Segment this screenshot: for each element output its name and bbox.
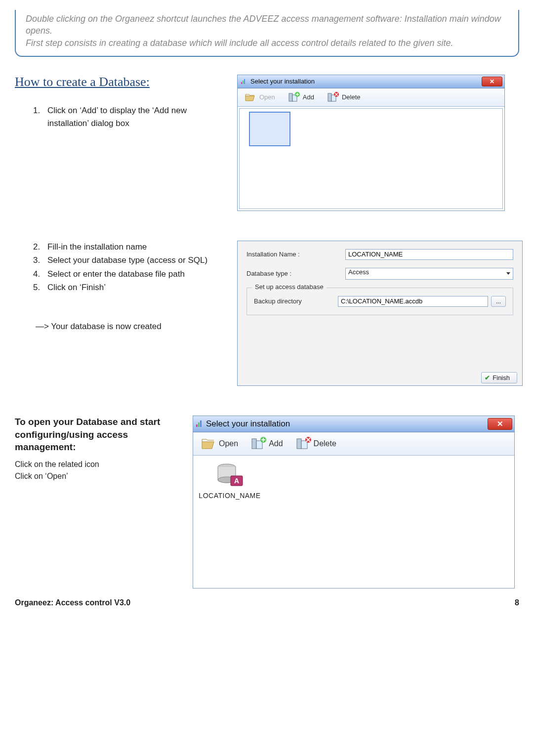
toolbar-open[interactable]: Open [197, 435, 241, 453]
svg-rect-11 [200, 420, 202, 427]
step-3: Select your database type (access or SQL… [42, 254, 227, 267]
open-line-1: Click on the related icon [15, 459, 183, 470]
section-heading: How to create a Database: [15, 75, 227, 89]
steps-list-b: Fill-in the installation name Select you… [15, 241, 227, 294]
delete-icon [295, 436, 312, 452]
label-database-type: Database type : [246, 270, 345, 277]
access-db-fieldset: Set up access database Backup directory … [246, 288, 513, 315]
svg-rect-6 [328, 93, 331, 101]
dialog-body [238, 107, 504, 210]
step-1: Click on ‘Add’ to display the ‘Add new i… [42, 104, 227, 130]
page-footer: Organeez: Access control V3.0 8 [15, 598, 519, 607]
chevron-down-icon [506, 272, 510, 275]
add-icon [287, 91, 301, 104]
open-icon [244, 91, 257, 104]
toolbar-add-label: Add [303, 93, 314, 101]
intro-line-1: Double clicking on the Organeez shortcut… [26, 13, 508, 37]
dialog-titlebar: Select your installation ✕ [238, 75, 504, 88]
dialog-titlebar: Select your installation ✕ [193, 416, 514, 432]
step-5: Click on ‘Finish’ [42, 281, 227, 294]
placeholder-thumb [249, 112, 290, 146]
toolbar-delete[interactable]: Delete [323, 90, 364, 105]
result-text: —> Your database is now created [36, 322, 227, 332]
toolbar-delete-label: Delete [314, 439, 336, 448]
app-icon [240, 78, 247, 85]
list-item-label: LOCATION_NAME [198, 492, 262, 500]
label-backup-dir: Backup directory [254, 297, 338, 305]
select-database-type[interactable]: Access [345, 268, 513, 280]
app-icon [195, 420, 203, 428]
footer-page-number: 8 [515, 598, 519, 607]
step-4: Select or enter the database file path [42, 268, 227, 281]
close-button[interactable]: ✕ [482, 77, 502, 86]
dialog-body: A LOCATION_NAME [193, 456, 514, 588]
dialog-toolbar: Open Add Delete [193, 432, 514, 456]
check-icon: ✔ [485, 374, 490, 381]
dialog-title: Select your installation [206, 419, 488, 429]
label-installation-name: Installation Name : [246, 251, 345, 258]
add-installation-form: Installation Name : Database type : Acce… [237, 241, 523, 386]
toolbar-add[interactable]: Add [247, 435, 286, 453]
select-installation-dialog-2: Select your installation ✕ Open Add [193, 416, 515, 588]
toolbar-add[interactable]: Add [284, 90, 317, 105]
svg-rect-2 [244, 79, 245, 84]
svg-rect-12 [252, 439, 256, 449]
dialog-toolbar: Open Add Delete [238, 88, 504, 107]
list-item-empty-selected[interactable] [243, 112, 297, 148]
add-icon [250, 436, 267, 452]
svg-rect-15 [297, 439, 301, 449]
select-value: Access [348, 268, 369, 276]
fieldset-legend: Set up access database [252, 283, 327, 291]
browse-label: ... [496, 298, 501, 305]
input-installation-name[interactable] [345, 249, 513, 260]
toolbar-open-label: Open [259, 93, 275, 101]
open-heading: To open your Database and start configur… [15, 416, 183, 454]
open-icon [200, 436, 217, 452]
database-icon: A [215, 460, 245, 490]
intro-line-2: First step consists in creating a databa… [26, 37, 508, 49]
intro-callout: Double clicking on the Organeez shortcut… [15, 10, 519, 57]
installation-list[interactable]: A LOCATION_NAME [195, 457, 513, 587]
svg-rect-10 [198, 422, 200, 427]
toolbar-delete-label: Delete [342, 93, 361, 101]
svg-rect-3 [289, 93, 292, 101]
close-button[interactable]: ✕ [488, 418, 512, 430]
input-backup-dir[interactable] [338, 296, 488, 307]
step-2: Fill-in the installation name [42, 241, 227, 253]
delete-icon [326, 91, 340, 104]
toolbar-open[interactable]: Open [241, 90, 278, 105]
select-installation-dialog-1: Select your installation ✕ Open Add [237, 75, 505, 211]
footer-left: Organeez: Access control V3.0 [15, 598, 130, 607]
installation-list[interactable] [239, 108, 503, 209]
open-line-2: Click on ‘Open’ [15, 470, 183, 482]
browse-button[interactable]: ... [491, 296, 506, 307]
toolbar-open-label: Open [219, 439, 238, 448]
toolbar-delete[interactable]: Delete [292, 435, 339, 453]
svg-rect-1 [243, 81, 244, 84]
steps-list-a: Click on ‘Add’ to display the ‘Add new i… [15, 104, 227, 130]
list-item-location[interactable]: A LOCATION_NAME [198, 460, 262, 500]
svg-rect-0 [241, 82, 242, 84]
svg-text:A: A [234, 477, 239, 485]
finish-button[interactable]: ✔ Finish [481, 372, 517, 383]
toolbar-add-label: Add [269, 439, 283, 448]
svg-rect-9 [196, 424, 198, 427]
finish-label: Finish [493, 374, 510, 381]
dialog-title: Select your installation [250, 78, 482, 85]
